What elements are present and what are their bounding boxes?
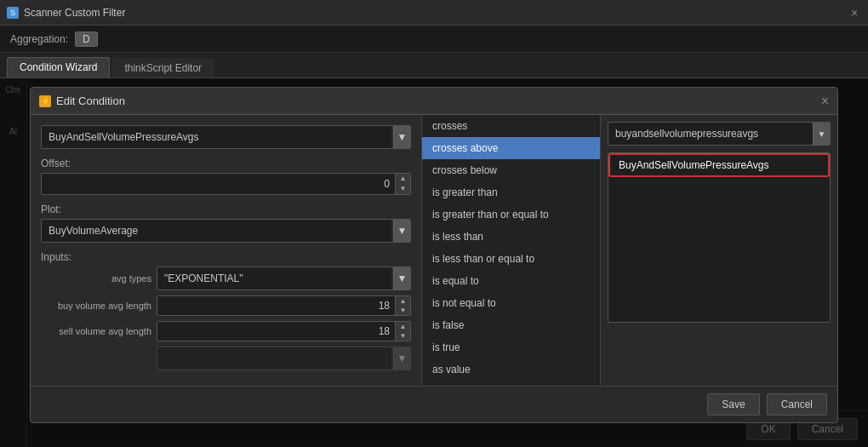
- sell-vol-spinner-up[interactable]: ▲: [396, 322, 410, 331]
- buy-vol-spinner-down[interactable]: ▼: [396, 306, 410, 315]
- condition-crosses-above[interactable]: crosses above: [422, 137, 600, 159]
- tabs-bar: Condition Wizard thinkScript Editor: [0, 53, 868, 78]
- input-row-buy-vol: buy volume avg length 18 ▲ ▼: [41, 295, 411, 316]
- input-row-sell-vol: sell volume avg length 18 ▲ ▼: [41, 321, 411, 341]
- buy-vol-value: 18: [157, 296, 395, 315]
- condition-is-greater-than-equal[interactable]: is greater than or equal to: [422, 203, 600, 226]
- plot-dropdown-arrow[interactable]: ▼: [393, 220, 410, 242]
- plot-select-wrapper[interactable]: BuyVolumeAverage ▼: [41, 219, 411, 243]
- sell-vol-spinner: ▲ ▼: [395, 322, 410, 341]
- extra-arrow: ▼: [393, 347, 410, 370]
- condition-is-less-than-equal[interactable]: is less than or equal to: [422, 248, 600, 270]
- condition-is-greater-than[interactable]: is greater than: [422, 181, 600, 203]
- dialog-footer: Save Cancel: [31, 386, 837, 422]
- indicator-dropdown-row: BuyAndSellVolumePressureAvgs ▼: [41, 125, 411, 149]
- dialog-left-panel: BuyAndSellVolumePressureAvgs ▼ Offset:: [31, 115, 422, 386]
- buy-vol-spinner-up[interactable]: ▲: [396, 296, 410, 306]
- inputs-label: Inputs:: [41, 251, 411, 263]
- aggregation-badge[interactable]: D: [75, 32, 98, 47]
- condition-as-value[interactable]: as value: [422, 358, 600, 381]
- modal-overlay: ⚡ Edit Condition × BuyAndSellVolumePress…: [0, 78, 868, 447]
- buy-vol-label: buy volume avg length: [41, 301, 151, 311]
- content-area: ⚡ Edit Condition × BuyAndSellVolumePress…: [0, 78, 868, 447]
- condition-is-not-equal[interactable]: is not equal to: [422, 292, 600, 314]
- right-input-row: ▼: [608, 122, 831, 146]
- edit-condition-dialog: ⚡ Edit Condition × BuyAndSellVolumePress…: [30, 87, 838, 423]
- right-search-input[interactable]: [608, 123, 813, 145]
- sell-vol-value: 18: [157, 322, 395, 341]
- sell-vol-input-box: 18 ▲ ▼: [157, 321, 411, 341]
- condition-crosses-below[interactable]: crosses below: [422, 159, 600, 181]
- inputs-section: Inputs: avg types "EXPONENTIAL" ▼: [41, 251, 411, 370]
- offset-input-row: ▲ ▼: [41, 173, 411, 195]
- buy-vol-spinner: ▲ ▼: [395, 296, 410, 315]
- sell-vol-label: sell volume avg length: [41, 326, 151, 336]
- offset-spinner-down[interactable]: ▼: [396, 184, 410, 194]
- avg-types-select-wrapper[interactable]: "EXPONENTIAL" ▼: [157, 266, 411, 290]
- save-button[interactable]: Save: [707, 393, 759, 415]
- dialog-icon: ⚡: [39, 95, 51, 107]
- tab-thinkscript-editor[interactable]: thinkScript Editor: [111, 58, 214, 77]
- avg-types-value: "EXPONENTIAL": [157, 267, 391, 289]
- right-dropdown-item-buysellavg[interactable]: BuyAndSellVolumePressureAvgs: [608, 153, 830, 177]
- dialog-title-bar: ⚡ Edit Condition ×: [31, 88, 837, 115]
- plot-label: Plot:: [41, 203, 411, 215]
- dialog-title-text: Edit Condition: [56, 95, 125, 107]
- conditions-list: crosses crosses above crosses below is g…: [422, 115, 601, 386]
- indicator-dropdown-arrow[interactable]: ▼: [393, 126, 410, 148]
- indicator-select-wrapper[interactable]: BuyAndSellVolumePressureAvgs ▼: [41, 125, 411, 149]
- input-row-extra: ▼: [41, 347, 411, 370]
- app-title: Scanner Custom Filter: [24, 7, 125, 19]
- dialog-body: BuyAndSellVolumePressureAvgs ▼ Offset:: [31, 115, 837, 386]
- condition-is-equal-to[interactable]: is equal to: [422, 270, 600, 292]
- dialog-right-panel: ▼ BuyAndSellVolumePressureAvgs: [601, 115, 837, 386]
- main-area: Che Al ⚡ Edit Condition ×: [0, 78, 868, 447]
- offset-input[interactable]: [42, 174, 395, 194]
- extra-select-wrapper: ▼: [157, 347, 411, 370]
- tab-condition-wizard[interactable]: Condition Wizard: [7, 57, 110, 77]
- plot-section: Plot: BuyVolumeAverage ▼: [41, 203, 411, 243]
- avg-types-label: avg types: [41, 273, 151, 284]
- right-dropdown-list: BuyAndSellVolumePressureAvgs: [608, 152, 831, 323]
- offset-spinner-up[interactable]: ▲: [396, 174, 410, 184]
- indicator-select-text: BuyAndSellVolumePressureAvgs: [42, 126, 391, 148]
- title-bar-close-button[interactable]: ×: [848, 6, 861, 20]
- condition-crosses[interactable]: crosses: [422, 115, 600, 137]
- offset-label: Offset:: [41, 158, 411, 169]
- right-dropdown-arrow[interactable]: ▼: [813, 123, 830, 145]
- cancel-button[interactable]: Cancel: [767, 393, 827, 415]
- avg-types-arrow[interactable]: ▼: [393, 267, 410, 289]
- buy-vol-input-box: 18 ▲ ▼: [157, 295, 411, 316]
- aggregation-label: Aggregation:: [10, 33, 68, 45]
- condition-is-true[interactable]: is true: [422, 336, 600, 358]
- offset-spinner: ▲ ▼: [395, 174, 410, 194]
- plot-select-text: BuyVolumeAverage: [42, 220, 391, 242]
- dialog-title-left: ⚡ Edit Condition: [39, 95, 125, 107]
- input-row-avg-types: avg types "EXPONENTIAL" ▼: [41, 266, 411, 290]
- dialog-close-button[interactable]: ×: [821, 95, 829, 108]
- title-bar-left: S Scanner Custom Filter: [7, 7, 125, 19]
- condition-is-false[interactable]: is false: [422, 314, 600, 336]
- app-icon: S: [7, 7, 19, 19]
- title-bar: S Scanner Custom Filter ×: [0, 0, 868, 26]
- aggregation-bar: Aggregation: D: [0, 26, 868, 53]
- condition-is-less-than[interactable]: is less than: [422, 226, 600, 248]
- extra-value: [157, 347, 391, 370]
- sell-vol-spinner-down[interactable]: ▼: [396, 331, 410, 341]
